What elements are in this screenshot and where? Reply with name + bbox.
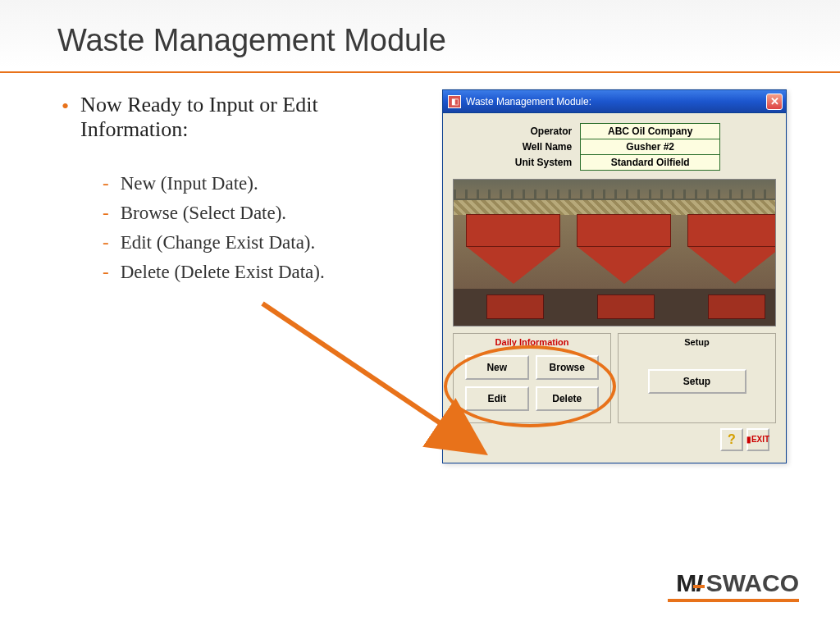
sub-bullet: - New (Input Date). [103, 173, 426, 194]
slide-header: Waste Management Module [0, 0, 840, 68]
sub-bullet: - Browse (Select Date). [103, 203, 426, 224]
unitsystem-label: Unit System [509, 155, 581, 171]
wellname-value: Gusher #2 [581, 139, 720, 155]
help-icon[interactable]: ? [720, 428, 743, 451]
dash-icon: - [103, 262, 109, 283]
setup-title: Setup [619, 337, 775, 347]
dash-icon: - [103, 203, 109, 224]
sub-bullet-text: Browse (Select Date). [121, 203, 286, 224]
sub-bullet-text: Delete (Delete Exist Data). [121, 262, 325, 283]
setup-panel: Setup Setup [618, 333, 776, 423]
operator-value: ABC Oil Company [581, 124, 720, 139]
panel-row: Daily Information New Browse Edit Delete… [453, 333, 776, 423]
edit-button[interactable]: Edit [465, 386, 529, 411]
dash-icon: - [103, 232, 109, 253]
sub-bullet-text: Edit (Change Exist Data). [121, 232, 316, 253]
sub-bullet: - Delete (Delete Exist Data). [103, 262, 426, 283]
window-app-icon: ◧ [448, 95, 461, 108]
miswaco-logo: MI SWACO [676, 569, 799, 597]
daily-information-panel: Daily Information New Browse Edit Delete [453, 333, 611, 423]
app-window: ◧ Waste Management Module: ✕ Operator AB… [442, 89, 787, 463]
delete-button[interactable]: Delete [536, 386, 600, 411]
info-table: Operator ABC Oil Company Well Name Gushe… [509, 123, 720, 171]
new-button[interactable]: New [465, 355, 529, 380]
left-column: • Now Ready to Input or Edit Information… [62, 89, 426, 463]
slide-title: Waste Management Module [57, 23, 840, 58]
wellname-label: Well Name [509, 139, 581, 155]
setup-button[interactable]: Setup [648, 369, 746, 394]
window-body: Operator ABC Oil Company Well Name Gushe… [443, 113, 786, 463]
equipment-photo [453, 179, 776, 326]
daily-info-title: Daily Information [454, 337, 610, 347]
window-title: Waste Management Module: [466, 96, 766, 107]
right-column: ◧ Waste Management Module: ✕ Operator AB… [442, 89, 791, 463]
dash-icon: - [103, 173, 109, 194]
content-area: • Now Ready to Input or Edit Information… [0, 73, 840, 463]
exit-icon[interactable]: ▮EXIT [746, 428, 769, 451]
unitsystem-value: Standard Oilfield [581, 155, 720, 171]
browse-button[interactable]: Browse [536, 355, 600, 380]
close-icon[interactable]: ✕ [766, 94, 783, 110]
main-bullet-text: Now Ready to Input or Edit Information: [80, 93, 426, 142]
logo-underline-icon [668, 599, 799, 602]
logo-swaco: SWACO [706, 569, 799, 597]
sub-bullet: - Edit (Change Exist Data). [103, 232, 426, 253]
window-titlebar[interactable]: ◧ Waste Management Module: ✕ [443, 90, 786, 113]
sub-bullet-text: New (Input Date). [121, 173, 258, 194]
bottom-icon-bar: ? ▮EXIT [453, 423, 776, 456]
sub-bullet-list: - New (Input Date). - Browse (Select Dat… [103, 173, 426, 283]
operator-label: Operator [509, 124, 581, 139]
logo-m: M [676, 569, 696, 597]
main-bullet: • Now Ready to Input or Edit Information… [62, 93, 426, 142]
bullet-dot-icon: • [62, 96, 69, 142]
logo-accent-icon [693, 585, 705, 588]
